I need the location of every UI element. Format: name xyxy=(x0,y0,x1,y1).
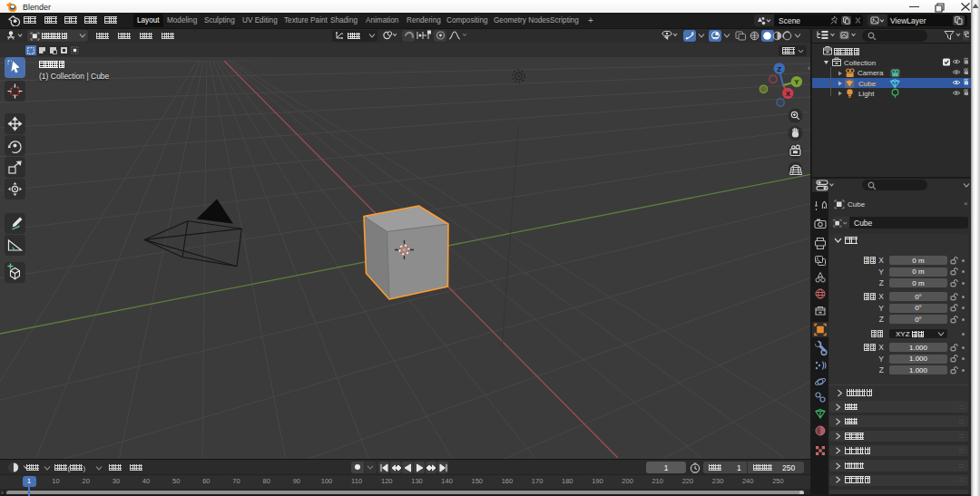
svg-text:Y: Y xyxy=(794,78,799,86)
svg-text:X: X xyxy=(786,90,791,98)
svg-text:Z: Z xyxy=(777,65,781,73)
